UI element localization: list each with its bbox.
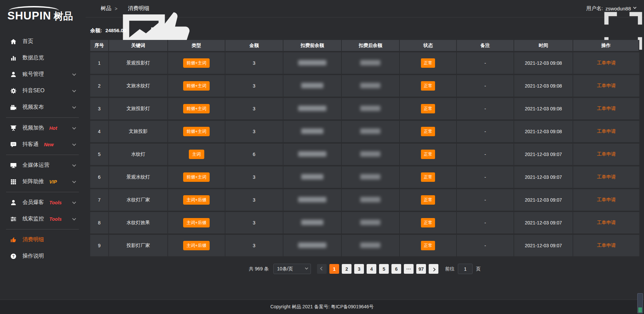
table-row: 3 文旅投影灯 前缀+主词 3 正常 - 2021-12-03 09:08 工单…: [90, 98, 639, 121]
cell-remark: -: [457, 98, 514, 121]
work-order-link[interactable]: 工单申请: [597, 243, 616, 248]
work-order-link[interactable]: 工单申请: [597, 83, 616, 88]
cell-index: 1: [90, 52, 109, 75]
goto-suffix: 页: [476, 266, 481, 272]
column-header: 备注: [457, 40, 514, 52]
column-header: 操作: [573, 40, 639, 52]
cell-index: 5: [90, 144, 109, 166]
redacted-value: [301, 83, 323, 88]
cell-action: 工单申请: [573, 212, 639, 235]
page-button[interactable]: 5: [379, 264, 389, 274]
page-button[interactable]: 3: [354, 264, 364, 274]
redacted-value: [360, 197, 380, 202]
cell-amount: 3: [225, 52, 284, 75]
work-order-link[interactable]: 工单申请: [597, 197, 616, 202]
sidebar-item[interactable]: 线索监控 Tools: [0, 211, 86, 227]
redacted-value: [360, 60, 380, 65]
cell-time: 2021-12-03 09:08: [514, 98, 574, 121]
screen-icon: [10, 125, 17, 132]
cell-time: 2021-12-03 09:08: [514, 121, 574, 144]
cell-keyword: 景观水纹灯: [109, 166, 168, 189]
sidebar-item[interactable]: 账号管理: [0, 66, 86, 83]
cell-amount: 3: [225, 121, 284, 144]
chart-icon: [10, 55, 17, 61]
sidebar-item-label: 抖音SEO: [22, 87, 45, 94]
sidebar-item[interactable]: 视频加热 Hot: [0, 120, 86, 136]
work-order-link[interactable]: 工单申请: [597, 60, 616, 65]
cell-status: 正常: [400, 52, 457, 75]
sidebar-item-badge: Tools: [49, 216, 62, 222]
redacted-value: [301, 128, 323, 134]
breadcrumb-home[interactable]: 树品: [94, 5, 111, 12]
page-button[interactable]: 2: [342, 264, 352, 274]
work-order-link[interactable]: 工单申请: [597, 128, 616, 134]
cell-status: 正常: [400, 75, 457, 98]
sidebar-item[interactable]: 抖客通 New: [0, 136, 86, 153]
page-button[interactable]: 6: [391, 264, 401, 274]
user-menu[interactable]: 用户名: zswodun88: [586, 5, 636, 12]
cell-keyword: 水纹灯: [109, 144, 168, 166]
next-page-button[interactable]: [429, 264, 438, 274]
redacted-value: [360, 83, 380, 88]
sidebar-item[interactable]: 数据总览: [0, 50, 86, 66]
page-button[interactable]: 4: [367, 264, 376, 274]
chevron-down-icon: [72, 142, 76, 146]
sidebar-item-label: 视频加热: [22, 124, 44, 132]
work-order-link[interactable]: 工单申请: [597, 106, 616, 111]
work-order-link[interactable]: 工单申请: [597, 174, 616, 179]
chat-icon: [10, 141, 17, 148]
grid-icon: [10, 178, 17, 185]
video-icon: [10, 104, 17, 111]
cell-time: 2021-12-03 09:08: [514, 52, 574, 75]
sidebar-item[interactable]: 消费明细: [0, 231, 86, 248]
cell-action: 工单申请: [573, 189, 639, 212]
page-size-select[interactable]: 10条/页: [273, 264, 311, 274]
status-badge: 正常: [421, 150, 435, 159]
balance: 余额: 24856.00: [90, 28, 639, 34]
status-badge: 正常: [421, 58, 435, 68]
pagination: 共 969 条 10条/页 123456···97 前往 页: [90, 264, 639, 274]
sidebar-item[interactable]: 全媒体运营: [0, 157, 86, 173]
balance-label: 余额:: [90, 28, 102, 33]
page-button[interactable]: ···: [404, 264, 414, 274]
cell-keyword: 景观投影灯: [109, 52, 168, 75]
column-header: 类型: [168, 40, 225, 52]
prev-page-button[interactable]: [317, 264, 327, 274]
work-order-link[interactable]: 工单申请: [597, 220, 616, 225]
cell-balance-after: [342, 52, 400, 75]
cell-action: 工单申请: [573, 166, 639, 189]
cell-index: 7: [90, 189, 109, 212]
sidebar-divider: [6, 192, 79, 192]
redacted-value: [298, 60, 326, 65]
type-badge: 前缀+主词: [183, 81, 210, 91]
work-order-link[interactable]: 工单申请: [597, 151, 616, 157]
sidebar-item[interactable]: 视频发布: [0, 99, 86, 115]
page-button[interactable]: 97: [416, 264, 426, 274]
page-button[interactable]: 1: [329, 264, 339, 274]
cell-time: 2021-12-03 09:08: [514, 75, 574, 98]
sidebar-item[interactable]: 抖音SEO: [0, 83, 86, 99]
type-badge: 前缀+主词: [183, 127, 210, 136]
cell-remark: -: [457, 166, 514, 189]
chevron-down-icon: [72, 88, 76, 92]
cell-balance-after: [342, 144, 400, 166]
sidebar-item[interactable]: 矩阵助推 VIP: [0, 173, 86, 190]
column-header: 序号: [90, 40, 109, 52]
cell-remark: -: [457, 235, 514, 258]
cell-balance-after: [342, 212, 400, 235]
cell-index: 8: [90, 212, 109, 235]
breadcrumb-current[interactable]: 消费明细: [121, 5, 149, 12]
fullscreen-icon[interactable]: [573, 6, 579, 12]
sidebar-item[interactable]: 首页: [0, 33, 86, 50]
sidebar-item[interactable]: 会员爆客 Tools: [0, 194, 86, 211]
chevron-down-icon: [72, 163, 76, 166]
chevron-down-icon: [72, 125, 76, 129]
sidebar-divider: [6, 229, 79, 229]
goto-page-input[interactable]: [458, 264, 473, 274]
sidebar-item[interactable]: 操作说明: [0, 248, 86, 264]
cell-action: 工单申请: [573, 144, 639, 166]
cell-remark: -: [457, 144, 514, 166]
redacted-value: [301, 220, 323, 225]
user-icon: [10, 71, 17, 78]
redacted-value: [360, 151, 380, 157]
